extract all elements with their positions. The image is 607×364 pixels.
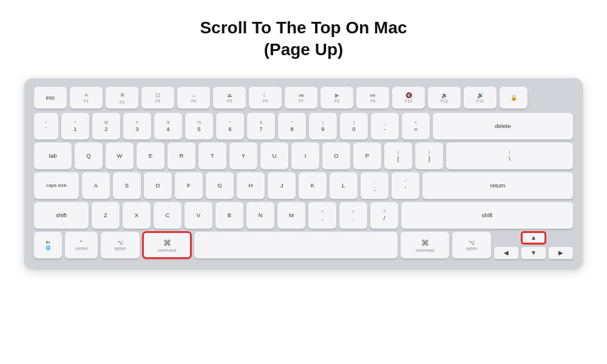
key-z[interactable]: Z (92, 202, 120, 229)
key-q[interactable]: Q (75, 143, 103, 169)
key-arrow-down[interactable]: ▼ (521, 247, 546, 259)
key-6[interactable]: ^6 (216, 113, 244, 140)
key-f7[interactable]: ⏮F7 (285, 87, 317, 109)
arrow-up-row: ▲ (494, 232, 573, 244)
key-7[interactable]: &7 (247, 113, 275, 140)
key-f12[interactable]: 🔊F12 (464, 87, 497, 109)
key-i[interactable]: I (291, 143, 319, 169)
key-5[interactable]: %5 (185, 113, 213, 140)
arrow-cluster: ▲ ◀ ▼ ▶ (494, 232, 573, 259)
key-arrow-up[interactable]: ▲ (521, 232, 546, 244)
key-shift-left[interactable]: shift (34, 202, 89, 229)
key-f9[interactable]: ⏭F9 (356, 87, 389, 109)
key-backslash[interactable]: |\ (446, 143, 573, 169)
keyboard: esc ☀F1 ☀F2 ⊡F3 ⌕F4 ⏏F5 ☾F6 ⏮F7 ▶F8 ⏭F9 … (24, 78, 583, 269)
key-lock[interactable]: 🔒 (500, 87, 527, 109)
key-8[interactable]: *8 (278, 113, 306, 140)
key-fn[interactable]: fn🌐 (34, 232, 62, 258)
key-l[interactable]: L (330, 172, 358, 199)
key-capslock[interactable]: caps lock (34, 172, 79, 199)
bottom-row: fn🌐 ⌃control ⌥option ⌘command ⌘command ⌥… (34, 232, 573, 259)
key-gt[interactable]: >. (339, 202, 367, 229)
key-x[interactable]: X (123, 202, 151, 229)
key-tilde[interactable]: ~` (34, 113, 58, 140)
key-o[interactable]: O (322, 143, 350, 169)
key-2[interactable]: @2 (92, 113, 120, 140)
key-semicolon[interactable]: :; (361, 172, 388, 199)
key-lt[interactable]: <, (308, 202, 336, 229)
key-y[interactable]: Y (229, 143, 257, 169)
key-c[interactable]: C (154, 202, 181, 229)
key-b[interactable]: B (215, 202, 243, 229)
key-v[interactable]: V (185, 202, 212, 229)
key-shift-right[interactable]: shift (401, 202, 573, 229)
key-option-left[interactable]: ⌥option (101, 232, 140, 258)
key-option-right[interactable]: ⌥option (452, 232, 491, 258)
arrow-bottom-row: ◀ ▼ ▶ (494, 247, 573, 259)
key-command-right[interactable]: ⌘command (401, 232, 449, 258)
key-rbracket[interactable]: }] (415, 143, 443, 169)
key-esc[interactable]: esc (34, 87, 67, 109)
key-f1[interactable]: ☀F1 (70, 87, 103, 109)
key-t[interactable]: T (198, 143, 226, 169)
key-4[interactable]: $4 (154, 113, 182, 140)
key-f6[interactable]: ☾F6 (249, 87, 282, 109)
key-f10[interactable]: 🔇F10 (392, 87, 425, 109)
page-title: Scroll To The Top On Mac (Page Up) (200, 17, 407, 61)
key-f3[interactable]: ⊡F3 (141, 87, 174, 109)
key-question[interactable]: ?/ (370, 202, 398, 229)
qwerty-row: tab Q W E R T Y U I O P {[ }] |\ (34, 143, 573, 169)
key-g[interactable]: G (206, 172, 234, 199)
key-u[interactable]: U (260, 143, 288, 169)
key-f[interactable]: F (175, 172, 203, 199)
key-f8[interactable]: ▶F8 (320, 87, 353, 109)
key-equals[interactable]: += (402, 113, 430, 140)
key-w[interactable]: W (106, 143, 134, 169)
key-arrow-right[interactable]: ▶ (549, 247, 573, 259)
key-lbracket[interactable]: {[ (384, 143, 412, 169)
key-n[interactable]: N (246, 202, 274, 229)
key-3[interactable]: #3 (123, 113, 151, 140)
key-return[interactable]: return (422, 172, 573, 199)
key-j[interactable]: J (268, 172, 296, 199)
key-1[interactable]: !1 (61, 113, 89, 140)
key-m[interactable]: M (277, 202, 305, 229)
key-f2[interactable]: ☀F2 (106, 87, 138, 109)
fn-row: esc ☀F1 ☀F2 ⊡F3 ⌕F4 ⏏F5 ☾F6 ⏮F7 ▶F8 ⏭F9 … (34, 87, 573, 109)
zxcv-row: shift Z X C V B N M <, >. ?/ shift (34, 202, 573, 229)
key-tab[interactable]: tab (34, 143, 72, 169)
key-h[interactable]: H (237, 172, 265, 199)
key-quote[interactable]: "' (392, 172, 419, 199)
key-minus[interactable]: _- (371, 113, 399, 140)
key-control[interactable]: ⌃control (65, 232, 98, 258)
key-e[interactable]: E (137, 143, 164, 169)
key-f4[interactable]: ⌕F4 (177, 87, 210, 109)
key-f5[interactable]: ⏏F5 (213, 87, 246, 109)
key-p[interactable]: P (353, 143, 381, 169)
key-k[interactable]: K (299, 172, 327, 199)
key-9[interactable]: (9 (309, 113, 337, 140)
key-f11[interactable]: 🔉F11 (428, 87, 461, 109)
key-0[interactable]: )0 (340, 113, 368, 140)
key-s[interactable]: S (113, 172, 141, 199)
key-delete[interactable]: delete (433, 113, 573, 140)
key-a[interactable]: A (82, 172, 110, 199)
key-arrow-left[interactable]: ◀ (494, 247, 518, 259)
key-r[interactable]: R (168, 143, 195, 169)
key-d[interactable]: D (144, 172, 172, 199)
number-row: ~` !1 @2 #3 $4 %5 ^6 &7 *8 (9 )0 _- += d… (34, 113, 573, 140)
key-command-left[interactable]: ⌘command (143, 232, 191, 258)
asdf-row: caps lock A S D F G H J K L :; "' return (34, 172, 573, 199)
key-space[interactable] (194, 232, 398, 258)
